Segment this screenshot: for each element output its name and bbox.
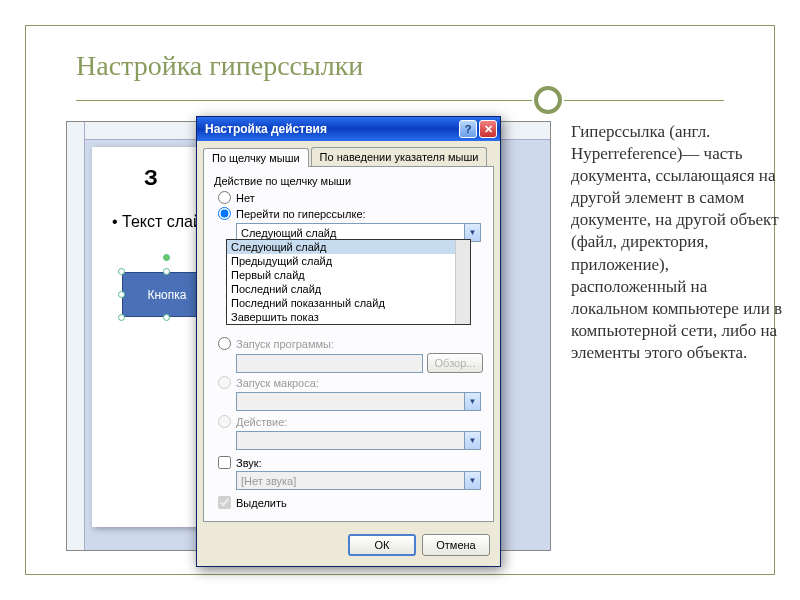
radio-hyperlink-input[interactable] bbox=[218, 207, 231, 220]
radio-program-input[interactable] bbox=[218, 337, 231, 350]
ruler-vertical bbox=[67, 122, 85, 550]
macro-combo: ▼ bbox=[236, 392, 481, 411]
radio-action-input bbox=[218, 415, 231, 428]
help-button[interactable]: ? bbox=[459, 120, 477, 138]
rotate-handle[interactable] bbox=[163, 254, 170, 261]
slide-frame: Настройка гиперссылки З Текст слайд Кноп… bbox=[25, 25, 775, 575]
highlight-checkbox-row: Выделить bbox=[218, 496, 483, 509]
resize-handle[interactable] bbox=[118, 314, 125, 321]
radio-macro: Запуск макроса: bbox=[218, 376, 483, 389]
chevron-down-icon: ▼ bbox=[464, 472, 480, 489]
sound-checkbox[interactable] bbox=[218, 456, 231, 469]
action-combo: ▼ bbox=[236, 431, 481, 450]
shape-label: Кнопка bbox=[148, 288, 187, 302]
combo-selected-value: Следующий слайд bbox=[241, 227, 336, 239]
chevron-down-icon: ▼ bbox=[464, 393, 480, 410]
sound-label: Звук: bbox=[236, 457, 262, 469]
close-button[interactable]: ✕ bbox=[479, 120, 497, 138]
tab-mouse-over[interactable]: По наведении указателя мыши bbox=[311, 147, 488, 166]
dialog-footer: ОК Отмена bbox=[197, 528, 500, 566]
dropdown-option[interactable]: Первый слайд bbox=[227, 268, 470, 282]
dialog-body: Действие по щелчку мыши Нет Перейти по г… bbox=[203, 167, 494, 522]
description-text: Гиперссылка (англ. Hyperreference)— част… bbox=[571, 121, 786, 364]
resize-handle[interactable] bbox=[118, 268, 125, 275]
radio-none-label: Нет bbox=[236, 192, 255, 204]
action-settings-dialog: Настройка действия ? ✕ По щелчку мыши По… bbox=[196, 116, 501, 567]
sound-checkbox-row[interactable]: Звук: bbox=[218, 456, 483, 469]
radio-hyperlink[interactable]: Перейти по гиперссылке: bbox=[218, 207, 483, 220]
dialog-titlebar[interactable]: Настройка действия ? ✕ bbox=[197, 117, 500, 141]
title-decoration bbox=[76, 86, 724, 114]
browse-button: Обзор... bbox=[427, 353, 483, 373]
highlight-label: Выделить bbox=[236, 497, 287, 509]
dropdown-option[interactable]: Завершить показ bbox=[227, 310, 470, 324]
radio-macro-label: Запуск макроса: bbox=[236, 377, 319, 389]
resize-handle[interactable] bbox=[118, 291, 125, 298]
tab-mouse-click[interactable]: По щелчку мыши bbox=[203, 148, 309, 167]
radio-action: Действие: bbox=[218, 415, 483, 428]
radio-hyperlink-label: Перейти по гиперссылке: bbox=[236, 208, 366, 220]
radio-none-input[interactable] bbox=[218, 191, 231, 204]
sound-value: [Нет звука] bbox=[241, 475, 296, 487]
dropdown-option[interactable]: Последний показанный слайд bbox=[227, 296, 470, 310]
ok-button[interactable]: ОК bbox=[348, 534, 416, 556]
dialog-tabs: По щелчку мыши По наведении указателя мы… bbox=[203, 147, 494, 167]
radio-program[interactable]: Запуск программы: bbox=[218, 337, 483, 350]
radio-none[interactable]: Нет bbox=[218, 191, 483, 204]
program-path-field bbox=[236, 354, 423, 373]
resize-handle[interactable] bbox=[163, 314, 170, 321]
chevron-down-icon: ▼ bbox=[464, 432, 480, 449]
dropdown-option[interactable]: Следующий слайд bbox=[227, 240, 470, 254]
sound-combo: [Нет звука] ▼ bbox=[236, 471, 481, 490]
cancel-button[interactable]: Отмена bbox=[422, 534, 490, 556]
dialog-title: Настройка действия bbox=[205, 122, 327, 136]
radio-macro-input bbox=[218, 376, 231, 389]
radio-program-label: Запуск программы: bbox=[236, 338, 334, 350]
page-title: Настройка гиперссылки bbox=[76, 50, 363, 82]
hyperlink-dropdown-list: Следующий слайд Предыдущий слайд Первый … bbox=[226, 239, 471, 325]
resize-handle[interactable] bbox=[163, 268, 170, 275]
dropdown-scrollbar[interactable] bbox=[455, 240, 470, 324]
highlight-checkbox bbox=[218, 496, 231, 509]
dropdown-option[interactable]: Предыдущий слайд bbox=[227, 254, 470, 268]
radio-action-label: Действие: bbox=[236, 416, 287, 428]
action-group-label: Действие по щелчку мыши bbox=[214, 175, 483, 187]
dropdown-option[interactable]: Последний слайд bbox=[227, 282, 470, 296]
